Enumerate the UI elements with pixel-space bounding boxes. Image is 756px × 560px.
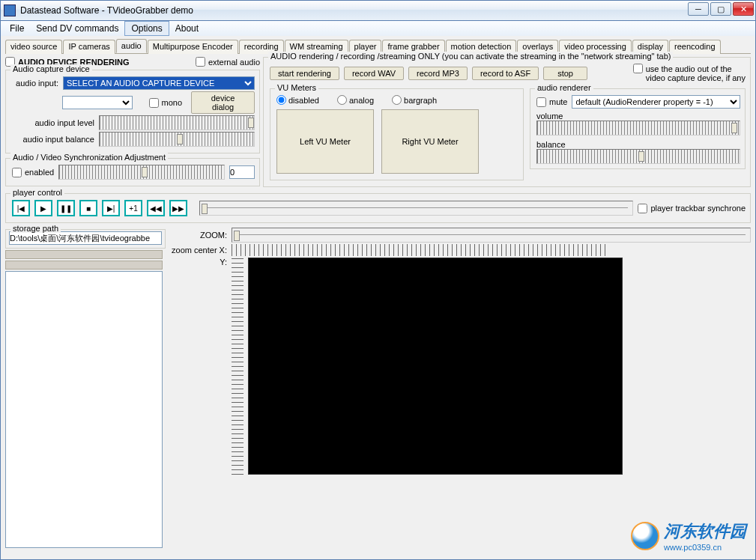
- menu-senddv[interactable]: Send DV commands: [30, 22, 124, 35]
- player-control-group: player control |◀ ▶ ❚❚ ■ ▶| +1 ◀◀ ▶▶ pla…: [5, 193, 751, 223]
- stop-button[interactable]: stop: [543, 67, 587, 80]
- watermark-logo-icon: [631, 522, 659, 550]
- audio-capture-group: Audio capture device audio input: SELECT…: [5, 70, 260, 153]
- zoom-x-ruler[interactable]: [232, 244, 606, 256]
- vu-analog-radio[interactable]: analog: [337, 95, 374, 105]
- record-asf-button[interactable]: record to ASF: [472, 67, 539, 80]
- menu-about[interactable]: About: [169, 22, 205, 35]
- titlebar: Datastead Software - TVideoGrabber demo …: [0, 0, 756, 21]
- vu-disabled-radio[interactable]: disabled: [276, 95, 319, 105]
- menubar: File Send DV commands Options About: [0, 21, 756, 36]
- close-button[interactable]: ✕: [733, 2, 754, 16]
- sync-group: Audio / Video Synchronization Adjustment…: [5, 158, 260, 186]
- vu-group: VU Meters disabled analog bargraph Left …: [270, 88, 524, 180]
- player-stop-icon[interactable]: ■: [79, 200, 97, 216]
- mute-checkbox[interactable]: mute: [536, 97, 567, 107]
- start-rendering-button[interactable]: start rendering: [270, 67, 339, 80]
- zoom-slider[interactable]: [232, 228, 751, 243]
- use-audio-out-checkbox[interactable]: use the audio out of the: [633, 64, 746, 73]
- capture-device-select[interactable]: SELECT AN AUDIO CAPTURE DEVICE: [63, 76, 255, 90]
- renderer-select[interactable]: default (AudioRenderer property = -1): [572, 95, 740, 109]
- mono-checkbox[interactable]: mono: [149, 98, 183, 108]
- player-prev-icon[interactable]: |◀: [12, 200, 30, 216]
- tab-Multipurpose-Encoder[interactable]: Multipurpose Encoder: [148, 40, 238, 54]
- tab-reencoding[interactable]: reencoding: [669, 40, 720, 54]
- storage-path-input[interactable]: [9, 231, 162, 245]
- video-preview: [248, 258, 623, 475]
- zoom-y-ruler[interactable]: [232, 258, 244, 475]
- player-step-icon[interactable]: +1: [124, 200, 142, 216]
- sync-value[interactable]: [229, 165, 255, 179]
- maximize-button[interactable]: ▢: [710, 2, 731, 16]
- device-dialog-button[interactable]: device dialog: [191, 91, 255, 114]
- tab-video-source[interactable]: video source: [5, 40, 62, 54]
- file-listbox[interactable]: [5, 271, 163, 548]
- record-mp3-button[interactable]: record MP3: [408, 67, 468, 80]
- audio-input-select[interactable]: [62, 96, 133, 109]
- player-rewind-icon[interactable]: ◀◀: [147, 200, 165, 216]
- menu-file[interactable]: File: [4, 22, 30, 35]
- record-wav-button[interactable]: record WAV: [344, 67, 404, 80]
- app-icon: [4, 4, 16, 16]
- tab-IP-cameras[interactable]: IP cameras: [63, 40, 115, 54]
- sync-slider[interactable]: [58, 165, 225, 180]
- audio-rec-group: AUDIO rendering / recording /streaming O…: [263, 57, 751, 187]
- input-level-slider[interactable]: [99, 115, 255, 130]
- watermark: 河东软件园 www.pc0359.cn: [631, 520, 746, 552]
- storage-group: storage path: [5, 229, 166, 249]
- minimize-button[interactable]: ─: [688, 2, 709, 16]
- tab-audio[interactable]: audio: [116, 39, 147, 53]
- right-vu-meter: Right VU Meter: [381, 109, 479, 174]
- volume-slider[interactable]: [536, 121, 740, 136]
- graybar-1: [5, 250, 163, 259]
- player-ff-icon[interactable]: ▶▶: [169, 200, 187, 216]
- graybar-2: [5, 261, 163, 270]
- trackbar-sync-checkbox[interactable]: player trackbar synchrone: [638, 204, 746, 213]
- input-balance-slider[interactable]: [99, 132, 255, 147]
- external-audio-checkbox[interactable]: external audio: [196, 57, 260, 67]
- vu-bargraph-radio[interactable]: bargraph: [392, 95, 437, 105]
- left-vu-meter: Left VU Meter: [276, 109, 374, 174]
- renderer-group: audio renderer mute default (AudioRender…: [530, 88, 746, 169]
- sync-enabled-checkbox[interactable]: enabled: [12, 168, 54, 177]
- client-area: video sourceIP camerasaudioMultipurpose …: [0, 36, 756, 560]
- player-pause-icon[interactable]: ❚❚: [57, 200, 75, 216]
- player-next-icon[interactable]: ▶|: [102, 200, 120, 216]
- menu-options[interactable]: Options: [124, 21, 169, 36]
- window-title: Datastead Software - TVideoGrabber demo: [20, 5, 193, 16]
- player-trackbar[interactable]: [199, 201, 633, 216]
- player-play-icon[interactable]: ▶: [34, 200, 52, 216]
- renderer-balance-slider[interactable]: [536, 149, 740, 164]
